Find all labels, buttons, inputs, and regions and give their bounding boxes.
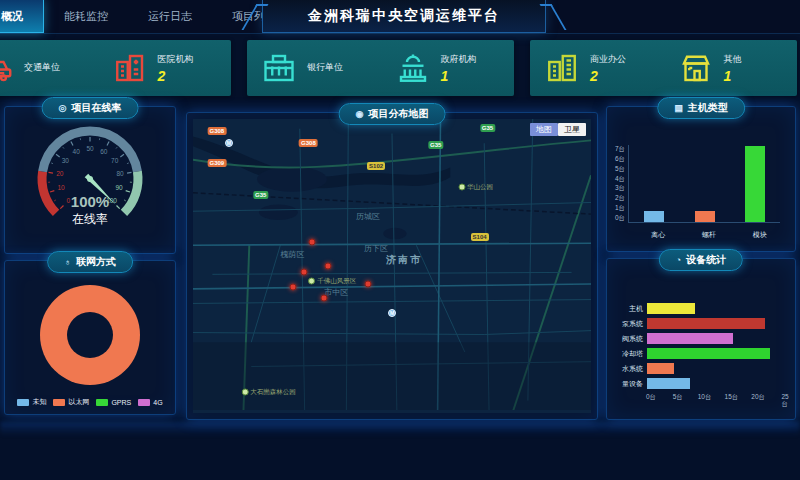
bar: [647, 363, 674, 374]
online-rate-gauge: 0102030405060708090100100%在线率: [5, 117, 175, 253]
stat-value: 1: [724, 68, 742, 84]
nav-tab[interactable]: 概况: [0, 0, 44, 33]
y-axis-labels: 7台6台5台4台3台2台1台0台: [615, 145, 628, 223]
panel-host-type: ▤ 主机类型 7台6台5台4台3台2台1台0台 离心螺杆模块: [606, 106, 796, 252]
stat-label: 医院机构: [158, 53, 194, 66]
y-tick-label: 4台: [615, 175, 625, 184]
x-category-label: 模块: [753, 230, 767, 240]
legend-item[interactable]: 未知: [17, 397, 46, 407]
bars-area: [628, 145, 780, 223]
stat-value: 2: [158, 68, 194, 84]
stat-label: 商业办公: [590, 53, 626, 66]
bar: [647, 318, 765, 329]
map-city-label: 济南市: [386, 253, 422, 267]
map-canvas[interactable]: 历城区历下区槐荫区市中区济南市千佛山风景区大石崮森林公园华山公园G308G308…: [193, 119, 591, 413]
legend-item[interactable]: GPRS: [96, 397, 131, 407]
device-stats-chart: 主机泵系统阀系统冷却塔水系统量设备0台5台10台15台20台25台: [615, 303, 787, 403]
panel-title: 主机类型: [688, 101, 728, 115]
host-icon: ▤: [674, 103, 683, 113]
nav-tab[interactable]: 运行日志: [128, 0, 212, 33]
bar: [647, 348, 770, 359]
panel-project-map: ◉ 项目分布地图: [186, 112, 598, 420]
panel-online-rate: ◎ 项目在线率 0102030405060708090100100%在线率: [4, 106, 176, 254]
office-icon: [544, 50, 580, 86]
map-district-label: 槐荫区: [281, 249, 305, 260]
map-layer-button[interactable]: 卫星: [558, 123, 586, 136]
panel-device-stats-header: ◔ 设备统计: [659, 249, 743, 271]
stat-text: 银行单位: [307, 61, 343, 76]
bar: [695, 211, 715, 222]
stat-card: 银行单位政府机构1: [247, 40, 514, 96]
bar: [644, 211, 664, 222]
x-tick-label: 25台: [781, 393, 788, 409]
x-category-label: 离心: [651, 230, 665, 240]
y-tick-label: 7台: [615, 145, 625, 154]
bar-row: 阀系统: [615, 333, 787, 344]
map-poi-label: 千佛山风景区: [308, 276, 356, 285]
map-icon: ◉: [356, 109, 364, 119]
legend-label: 以太网: [68, 397, 89, 407]
stat-card: 商业办公2其他1: [530, 40, 797, 96]
y-tick-label: 6台: [615, 155, 625, 164]
bar-row: 主机: [615, 303, 787, 314]
road-badge: G35: [428, 141, 443, 149]
road-badge: G308: [208, 127, 227, 135]
panel-online-rate-header: ◎ 项目在线率: [42, 97, 139, 119]
stat-item: 政府机构1: [381, 50, 515, 86]
y-tick-label: 3台: [615, 184, 625, 193]
project-marker[interactable]: [309, 239, 316, 246]
project-marker[interactable]: [301, 268, 308, 275]
nav-tab[interactable]: 能耗监控: [44, 0, 128, 33]
panel-title: 联网方式: [76, 255, 116, 269]
map-district-label: 历城区: [356, 211, 380, 222]
x-category-label: 螺杆: [702, 230, 716, 240]
road-badge: G35: [253, 191, 268, 199]
project-marker[interactable]: [325, 263, 332, 270]
legend-item[interactable]: 以太网: [53, 397, 89, 407]
poi-dot-icon: [241, 389, 248, 396]
map-layer-button[interactable]: 地图: [530, 123, 558, 136]
svg-text:80: 80: [117, 170, 125, 177]
project-marker[interactable]: M: [225, 139, 233, 147]
svg-text:10: 10: [57, 184, 65, 191]
bar-label: 冷却塔: [615, 349, 647, 359]
x-axis: 0台5台10台15台20台25台: [651, 393, 787, 403]
legend-item[interactable]: 4G: [138, 397, 162, 407]
svg-text:100%: 100%: [71, 193, 109, 210]
project-marker[interactable]: [365, 280, 372, 287]
bar-row: 量设备: [615, 378, 787, 389]
bar-label: 泵系统: [615, 319, 647, 329]
stat-item: 其他1: [664, 50, 798, 86]
network-donut-chart: [40, 285, 140, 385]
bar-label: 水系统: [615, 364, 647, 374]
legend-label: GPRS: [111, 399, 131, 406]
svg-text:70: 70: [111, 157, 119, 164]
legend-label: 4G: [153, 399, 162, 406]
stat-cards-row: 交通单位医院机构2银行单位政府机构1商业办公2其他1: [0, 40, 797, 96]
svg-text:在线率: 在线率: [72, 212, 108, 226]
y-tick-label: 1台: [615, 204, 625, 213]
stat-text: 政府机构1: [441, 53, 477, 84]
x-tick-label: 5台: [673, 393, 683, 402]
project-marker[interactable]: [289, 283, 296, 290]
x-tick-label: 10台: [698, 393, 712, 402]
stat-item: 交通单位: [0, 50, 98, 86]
top-nav-bar: 概况能耗监控运行日志项目列表视频监控 金洲科瑞中央空调运维平台: [0, 0, 800, 34]
stat-text: 医院机构2: [158, 53, 194, 84]
y-tick-label: 2台: [615, 194, 625, 203]
x-axis-labels: 离心螺杆模块: [633, 230, 785, 240]
project-marker[interactable]: [321, 295, 328, 302]
legend-swatch: [17, 399, 29, 406]
bar-label: 量设备: [615, 379, 647, 389]
svg-text:60: 60: [100, 148, 108, 155]
legend-label: 未知: [32, 397, 46, 407]
x-tick-label: 0台: [646, 393, 656, 402]
gauge-icon: ◎: [59, 103, 67, 113]
panel-network-type-header: ♁ 联网方式: [47, 251, 133, 273]
road-badge: G308: [299, 139, 318, 147]
stat-item: 医院机构2: [98, 50, 232, 86]
map-poi-label: 大石崮森林公园: [241, 388, 296, 397]
project-marker[interactable]: M: [388, 309, 396, 317]
bar-label: 阀系统: [615, 334, 647, 344]
stat-value: 2: [590, 68, 626, 84]
